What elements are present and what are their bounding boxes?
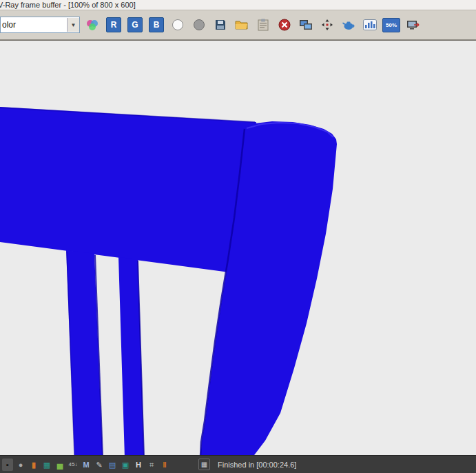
copy-to-clipboard-button[interactable] <box>254 16 272 34</box>
gray-circle-button[interactable] <box>190 16 208 34</box>
zoom-50-label: 50% <box>382 18 400 32</box>
histogram-icon <box>363 19 377 30</box>
bricks-icon[interactable]: ▮ <box>28 459 39 471</box>
memory-icon[interactable]: M <box>81 459 92 471</box>
h-bracket-icon[interactable]: ⌗ <box>146 459 157 471</box>
monitor-arrow-icon <box>406 19 420 30</box>
sphere-icon[interactable]: ● <box>15 459 26 471</box>
clipboard-icon <box>258 19 269 31</box>
console-icon[interactable]: ▪ <box>2 459 13 471</box>
folder-icon[interactable]: ▣ <box>120 459 131 471</box>
load-image-button[interactable] <box>233 16 251 34</box>
green-channel-label: G <box>127 17 143 32</box>
gray-circle-icon <box>193 19 205 31</box>
save-icon <box>214 19 227 31</box>
counter-icon[interactable]: 45↓ <box>68 459 79 471</box>
red-channel-label: R <box>106 17 121 32</box>
channel-dropdown-value: olor <box>1 20 67 30</box>
duplicate-to-host-button[interactable] <box>297 16 315 34</box>
render-status-text: Finished in [00:00:24.6] <box>218 461 296 469</box>
color-channels-button[interactable] <box>83 16 101 34</box>
chair-slat-left <box>66 250 103 455</box>
render-canvas[interactable] <box>0 41 476 455</box>
pause-bars-icon[interactable]: ‖ <box>159 459 170 471</box>
white-circle-icon <box>172 19 184 31</box>
pencil-icon[interactable]: ✎ <box>94 459 105 471</box>
teapot-icon <box>342 19 355 30</box>
dual-monitor-icon <box>299 19 313 30</box>
white-circle-button[interactable] <box>169 16 187 34</box>
layers-icon[interactable]: ▤ <box>107 459 118 471</box>
vfb-toolbar: olor ▼ R G B <box>0 10 476 40</box>
render-last-button[interactable] <box>340 16 358 34</box>
color-corrections-button[interactable] <box>361 16 379 34</box>
stats-icon[interactable]: ▅ <box>54 459 65 471</box>
chair-top-rail <box>0 107 256 274</box>
render-view <box>0 40 476 455</box>
window-title: V-Ray frame buffer - [100% of 800 x 600] <box>0 0 136 10</box>
track-mouse-button[interactable] <box>318 16 336 34</box>
red-channel-button[interactable]: R <box>105 16 123 34</box>
folder-icon <box>235 19 249 30</box>
h-letter-icon[interactable]: H <box>133 459 144 471</box>
stop-render-button[interactable] <box>276 16 293 34</box>
duplicate-window-button[interactable] <box>404 16 422 34</box>
green-channel-button[interactable]: G <box>126 16 144 34</box>
window-titlebar: V-Ray frame buffer - [100% of 800 x 600] <box>0 0 476 10</box>
channel-dropdown[interactable]: olor ▼ <box>0 17 80 33</box>
vfb-statusbar: ▪ ● ▮ ▦ ▅ 45↓ M ✎ ▤ ▣ H ⌗ ‖ ▦ Finished i… <box>0 455 476 473</box>
vray-frame-buffer-window: V-Ray frame buffer - [100% of 800 x 600]… <box>0 0 476 473</box>
blue-channel-button[interactable]: B <box>147 16 165 34</box>
blue-channel-label: B <box>149 17 164 32</box>
stop-icon <box>278 19 291 31</box>
region-grid-icon[interactable]: ▦ <box>198 459 210 470</box>
color-channels-icon <box>85 19 99 31</box>
zoom-50-button[interactable]: 50% <box>382 16 400 34</box>
texture-icon[interactable]: ▦ <box>41 459 52 471</box>
chevron-down-icon[interactable]: ▼ <box>67 18 79 32</box>
crosshair-arrows-icon <box>321 19 333 31</box>
save-image-button[interactable] <box>211 16 229 34</box>
